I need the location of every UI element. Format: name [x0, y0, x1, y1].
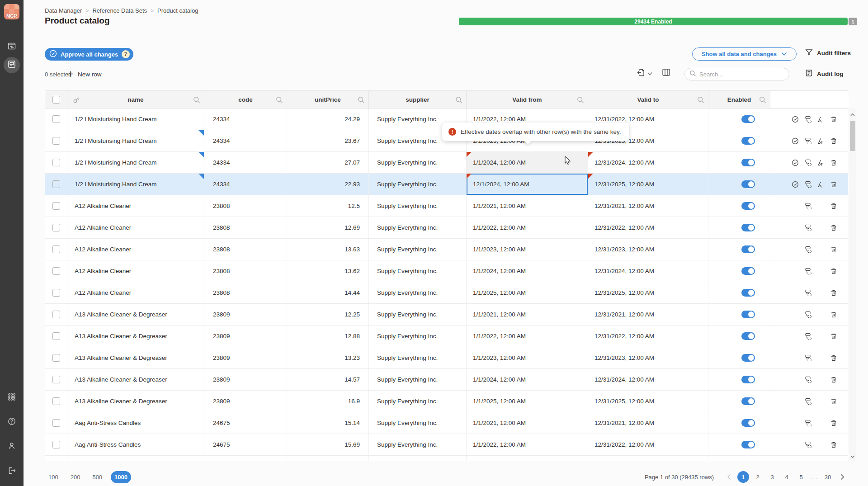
delete-row-button[interactable] [830, 376, 837, 383]
table-row[interactable]: A12 Alkaline Cleaner2380813.62Supply Eve… [45, 260, 848, 282]
duplicate-row-button[interactable] [804, 289, 811, 297]
cell-unit-price[interactable]: 23.67 [287, 130, 369, 151]
cell-valid-to[interactable]: 12/31/2025, 12:00 AM [588, 282, 708, 303]
cell-name[interactable]: A13 Alkaline Cleaner & Degreaser [67, 304, 204, 325]
cell-supplier[interactable]: Supply Everything Inc. [369, 304, 467, 325]
cell-code[interactable]: 23808 [204, 217, 287, 238]
cell-code[interactable]: 23808 [204, 260, 287, 282]
row-checkbox[interactable] [52, 202, 60, 210]
row-checkbox[interactable] [52, 224, 60, 231]
enabled-toggle[interactable] [741, 441, 755, 448]
table-row[interactable]: Aag Anti-Stress Candles2467515.14Supply … [45, 412, 848, 434]
cell-valid-to[interactable]: 12/31/2024, 12:00 AM [588, 369, 708, 390]
cell-valid-from[interactable]: 1/1/2022, 12:00 AM [467, 434, 588, 455]
cell-name[interactable]: Aag Anti-Stress Candles [67, 456, 204, 461]
table-row[interactable]: A12 Alkaline Cleaner2380813.63Supply Eve… [45, 239, 848, 260]
delete-row-button[interactable] [830, 203, 837, 210]
column-header-valid-to[interactable]: Valid to [588, 91, 708, 109]
cell-code[interactable]: 23808 [204, 282, 287, 303]
delete-row-button[interactable] [830, 441, 837, 448]
export-options-chevron[interactable] [647, 70, 652, 77]
delete-row-button[interactable] [830, 246, 837, 253]
cell-code[interactable]: 24334 [204, 174, 287, 195]
column-search-icon[interactable] [577, 96, 584, 105]
delete-row-button[interactable] [830, 354, 837, 362]
cell-valid-from[interactable]: 1/1/2023, 12:00 AM [467, 456, 588, 461]
row-checkbox[interactable] [52, 311, 60, 318]
duplicate-row-button[interactable] [804, 116, 811, 123]
cell-code[interactable]: 23808 [204, 239, 287, 260]
approve-all-changes-button[interactable]: Approve all changes 7 [45, 48, 133, 61]
export-button[interactable] [637, 68, 645, 78]
app-logo[interactable]: MGR [4, 4, 19, 19]
duplicate-row-button[interactable] [804, 203, 811, 210]
cell-valid-to[interactable]: 12/31/2021, 12:00 AM [588, 195, 708, 217]
row-checkbox[interactable] [52, 397, 60, 405]
cell-valid-to[interactable]: 12/31/2022, 12:00 AM [588, 326, 708, 347]
delete-row-button[interactable] [830, 116, 837, 123]
manage-columns-button[interactable] [662, 68, 670, 78]
cell-code[interactable]: 24675 [204, 456, 287, 461]
cell-name[interactable]: A12 Alkaline Cleaner [67, 239, 204, 260]
delete-row-button[interactable] [830, 224, 837, 231]
new-row-button[interactable]: New row [67, 68, 102, 80]
page-number-button[interactable]: 5 [795, 471, 807, 483]
table-row[interactable]: 1/2 l Moisturising Hand Cream2433427.07S… [45, 152, 848, 174]
cell-code[interactable]: 23809 [204, 369, 287, 390]
sidebar-item-reference-data-sets[interactable] [4, 57, 20, 73]
cell-supplier[interactable]: Supply Everything Inc. [369, 195, 467, 217]
table-row[interactable]: A13 Alkaline Cleaner & Degreaser2380916.… [45, 391, 848, 412]
cell-name[interactable]: Aag Anti-Stress Candles [67, 412, 204, 434]
page-number-button[interactable]: 2 [752, 471, 764, 483]
scroll-down-icon[interactable] [850, 453, 855, 458]
delete-row-button[interactable] [830, 159, 837, 166]
cell-name[interactable]: A13 Alkaline Cleaner & Degreaser [67, 326, 204, 347]
duplicate-row-button[interactable] [804, 376, 811, 383]
table-row[interactable]: A13 Alkaline Cleaner & Degreaser2380912.… [45, 304, 848, 326]
enabled-toggle[interactable] [741, 245, 755, 253]
cell-supplier[interactable]: Supply Everything Inc. [369, 391, 467, 412]
breadcrumb-item[interactable]: Reference Data Sets [92, 7, 147, 14]
cell-supplier[interactable]: Supply Everything Inc. [369, 282, 467, 303]
enabled-toggle[interactable] [741, 180, 755, 188]
cell-name[interactable]: 1/2 l Moisturising Hand Cream [67, 152, 204, 173]
cell-supplier[interactable]: Supply Everything Inc. [369, 434, 467, 455]
page-number-button[interactable]: 3 [766, 471, 778, 483]
cell-valid-from[interactable]: 1/1/2021, 12:00 AM [467, 412, 588, 434]
clean-row-button[interactable] [817, 181, 824, 188]
cell-name[interactable]: 1/2 l Moisturising Hand Cream [67, 130, 204, 151]
enabled-toggle[interactable] [741, 267, 755, 275]
duplicate-row-button[interactable] [804, 441, 811, 448]
column-search-icon[interactable] [697, 96, 704, 105]
approve-row-button[interactable] [792, 137, 799, 145]
row-checkbox[interactable] [52, 115, 60, 123]
duplicate-row-button[interactable] [804, 246, 811, 253]
table-row[interactable]: A13 Alkaline Cleaner & Degreaser2380912.… [45, 326, 848, 347]
cell-valid-to[interactable]: 12/31/2022, 12:00 AM [588, 434, 708, 455]
approve-row-button[interactable] [792, 116, 799, 123]
cell-code[interactable]: 23809 [204, 304, 287, 325]
sidebar-item-apps[interactable] [4, 390, 20, 406]
duplicate-row-button[interactable] [804, 333, 811, 340]
delete-row-button[interactable] [830, 137, 837, 145]
page-number-button[interactable]: 1 [737, 471, 749, 483]
cell-valid-to[interactable]: 12/31/2023, 12:00 AM [588, 239, 708, 260]
column-header-name[interactable]: name [67, 91, 204, 109]
sidebar-item-data-manager[interactable] [4, 39, 20, 55]
column-search-icon[interactable] [759, 96, 766, 105]
cell-supplier[interactable]: Supply Everything Inc. [369, 412, 467, 434]
column-search-icon[interactable] [276, 96, 283, 105]
enabled-toggle[interactable] [741, 354, 755, 362]
cell-valid-to[interactable]: 12/31/2024, 12:00 AM [588, 260, 708, 282]
cell-valid-from[interactable]: 1/1/2024, 12:00 AM [467, 369, 588, 390]
row-checkbox[interactable] [52, 267, 60, 275]
cell-name[interactable]: A12 Alkaline Cleaner [67, 195, 204, 217]
cell-supplier[interactable]: Supply Everything Inc. [369, 174, 467, 195]
row-checkbox[interactable] [52, 289, 60, 297]
cell-supplier[interactable]: Supply Everything Inc. [369, 217, 467, 238]
cell-unit-price[interactable]: 14.57 [287, 369, 369, 390]
cell-name[interactable]: 1/2 l Moisturising Hand Cream [67, 109, 204, 130]
table-row[interactable]: Aag Anti-Stress Candles2467515.69Supply … [45, 434, 848, 456]
delete-row-button[interactable] [830, 311, 837, 318]
enabled-toggle[interactable] [741, 115, 755, 123]
